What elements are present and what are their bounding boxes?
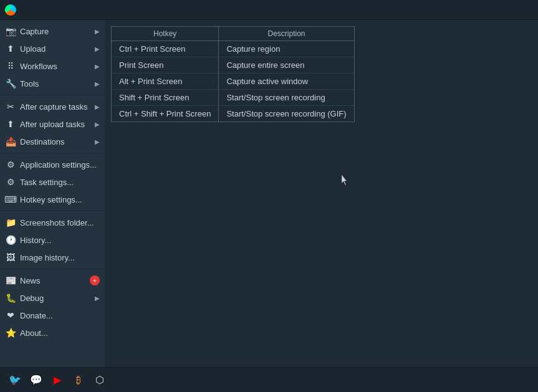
separator-separator1 xyxy=(0,95,105,95)
tools-arrow-icon: ▶ xyxy=(95,80,100,87)
about-icon: ⭐ xyxy=(5,327,16,338)
workflows-label: Workflows xyxy=(20,62,57,71)
window-controls xyxy=(502,6,533,14)
close-button[interactable] xyxy=(524,6,533,14)
sidebar-item-workflows[interactable]: ⠿Workflows▶ xyxy=(0,57,105,75)
upload-icon: ⬆ xyxy=(5,43,16,54)
hotkey-column-header: Hotkey xyxy=(112,27,219,41)
sidebar-item-debug[interactable]: 🐛Debug▶ xyxy=(0,289,105,307)
hotkey-row[interactable]: Shift + Print ScreenStart/Stop screen re… xyxy=(112,90,354,106)
workflows-icon: ⠿ xyxy=(5,60,16,72)
after-upload-arrow-icon: ▶ xyxy=(95,121,100,128)
sidebar-item-app-settings[interactable]: ⚙Application settings... xyxy=(0,156,105,173)
sidebar-item-after-capture[interactable]: ✂After capture tasks▶ xyxy=(0,98,105,115)
debug-arrow-icon: ▶ xyxy=(95,295,100,302)
separator-separator2 xyxy=(0,153,105,153)
capture-label: Capture xyxy=(20,27,49,36)
hotkey-table: Hotkey Description Ctrl + Print ScreenCa… xyxy=(111,26,355,122)
after-capture-arrow-icon: ▶ xyxy=(95,103,100,110)
social-twitter-button[interactable]: 🐦 xyxy=(7,373,22,388)
description-cell-3: Start/Stop screen recording xyxy=(219,90,354,106)
title-bar xyxy=(0,0,538,20)
news-badge: + xyxy=(90,275,100,285)
description-cell-1: Capture entire screen xyxy=(219,57,354,74)
about-label: About... xyxy=(20,328,48,338)
history-icon: 🕐 xyxy=(5,234,16,246)
image-history-label: Image history... xyxy=(20,253,75,262)
app-icon xyxy=(5,4,16,16)
hotkey-settings-label: Hotkey settings... xyxy=(20,195,82,204)
hotkey-cell-1: Print Screen xyxy=(112,57,219,74)
capture-icon: 📷 xyxy=(5,26,16,37)
news-label: News xyxy=(20,276,41,285)
app-settings-label: Application settings... xyxy=(20,160,97,170)
cursor xyxy=(342,174,350,186)
app-settings-icon: ⚙ xyxy=(5,159,16,170)
history-label: History... xyxy=(20,236,51,245)
sidebar-item-tools[interactable]: 🔧Tools▶ xyxy=(0,75,105,92)
description-cell-0: Capture region xyxy=(219,41,354,57)
hotkey-settings-icon: ⌨ xyxy=(5,194,16,205)
debug-label: Debug xyxy=(20,294,44,303)
image-history-icon: 🖼 xyxy=(5,252,16,263)
donate-label: Donate... xyxy=(20,311,53,320)
main-area: 📷Capture▶⬆Upload▶⠿Workflows▶🔧Tools▶✂Afte… xyxy=(0,20,538,367)
news-icon: 📰 xyxy=(5,275,16,286)
social-bitcoin-button[interactable]: ₿ xyxy=(71,373,86,388)
hotkey-row[interactable]: Print ScreenCapture entire screen xyxy=(112,57,354,74)
title-bar-left xyxy=(5,4,20,16)
separator-separator3 xyxy=(0,211,105,211)
sidebar-item-about[interactable]: ⭐About... xyxy=(0,324,105,342)
capture-arrow-icon: ▶ xyxy=(95,28,100,35)
sidebar-item-news[interactable]: 📰News+ xyxy=(0,272,105,289)
minimize-button[interactable] xyxy=(502,6,511,14)
after-capture-icon: ✂ xyxy=(5,101,16,112)
sidebar-item-upload[interactable]: ⬆Upload▶ xyxy=(0,40,105,57)
content-area: Hotkey Description Ctrl + Print ScreenCa… xyxy=(105,20,538,367)
sidebar-item-after-upload[interactable]: ⬆After upload tasks▶ xyxy=(0,115,105,133)
social-discord-button[interactable]: 💬 xyxy=(29,373,44,388)
sidebar-item-history[interactable]: 🕐History... xyxy=(0,231,105,249)
description-cell-2: Capture active window xyxy=(219,74,354,90)
debug-icon: 🐛 xyxy=(5,292,16,304)
after-capture-label: After capture tasks xyxy=(20,102,87,112)
hotkey-row[interactable]: Ctrl + Shift + Print ScreenStart/Stop sc… xyxy=(112,106,354,122)
sidebar-item-image-history[interactable]: 🖼Image history... xyxy=(0,249,105,266)
screenshots-folder-icon: 📁 xyxy=(5,217,16,228)
sidebar-item-donate[interactable]: ❤Donate... xyxy=(0,307,105,324)
tools-icon: 🔧 xyxy=(5,78,16,89)
after-upload-icon: ⬆ xyxy=(5,118,16,130)
screenshots-folder-label: Screenshots folder... xyxy=(20,218,94,227)
sidebar-item-screenshots-folder[interactable]: 📁Screenshots folder... xyxy=(0,214,105,231)
hotkey-row[interactable]: Ctrl + Print ScreenCapture region xyxy=(112,41,354,57)
donate-icon: ❤ xyxy=(5,310,16,321)
maximize-button[interactable] xyxy=(513,6,522,14)
bottom-bar: 🐦💬▶₿⬡ xyxy=(0,367,538,392)
social-youtube-button[interactable]: ▶ xyxy=(50,373,65,388)
workflows-arrow-icon: ▶ xyxy=(95,63,100,70)
hotkey-cell-3: Shift + Print Screen xyxy=(112,90,219,106)
task-settings-label: Task settings... xyxy=(20,178,74,187)
hotkey-cell-0: Ctrl + Print Screen xyxy=(112,41,219,57)
upload-label: Upload xyxy=(20,44,46,54)
sidebar-item-destinations[interactable]: 📤Destinations▶ xyxy=(0,133,105,150)
sidebar-item-task-settings[interactable]: ⚙Task settings... xyxy=(0,173,105,191)
sidebar: 📷Capture▶⬆Upload▶⠿Workflows▶🔧Tools▶✂Afte… xyxy=(0,20,105,367)
separator-separator4 xyxy=(0,269,105,269)
task-settings-icon: ⚙ xyxy=(5,176,16,188)
upload-arrow-icon: ▶ xyxy=(95,45,100,52)
hotkey-cell-2: Alt + Print Screen xyxy=(112,74,219,90)
description-cell-4: Start/Stop screen recording (GIF) xyxy=(219,106,354,122)
destinations-arrow-icon: ▶ xyxy=(95,138,100,145)
destinations-icon: 📤 xyxy=(5,136,16,147)
social-github-button[interactable]: ⬡ xyxy=(92,373,107,388)
hotkey-row[interactable]: Alt + Print ScreenCapture active window xyxy=(112,74,354,90)
destinations-label: Destinations xyxy=(20,137,65,146)
sidebar-item-capture[interactable]: 📷Capture▶ xyxy=(0,22,105,40)
hotkey-cell-4: Ctrl + Shift + Print Screen xyxy=(112,106,219,122)
tools-label: Tools xyxy=(20,79,39,88)
description-column-header: Description xyxy=(219,27,354,41)
sidebar-item-hotkey-settings[interactable]: ⌨Hotkey settings... xyxy=(0,191,105,208)
after-upload-label: After upload tasks xyxy=(20,120,85,129)
